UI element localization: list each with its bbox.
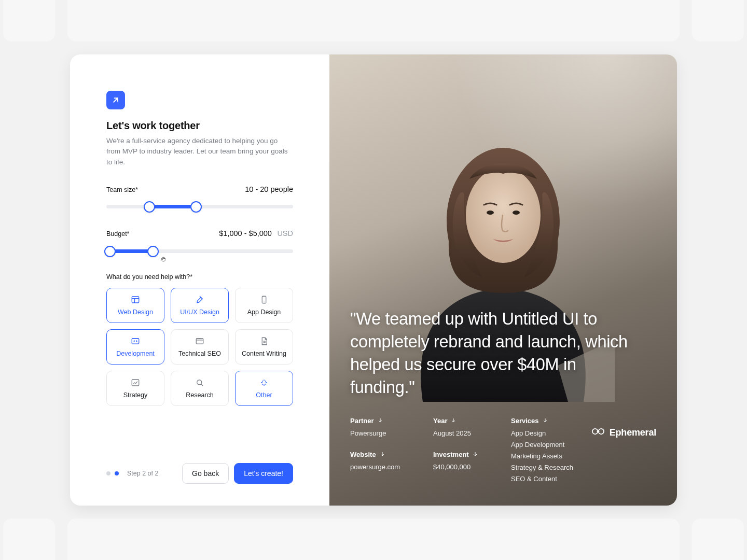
team-size-handle-min[interactable] [144, 201, 155, 213]
svg-rect-0 [132, 297, 139, 303]
meta-services-key: Services [511, 417, 594, 425]
team-size-field: Team size* 10 - 20 people [106, 185, 293, 212]
arrow-down-icon [450, 417, 457, 424]
help-tile-other[interactable]: Other [235, 371, 293, 406]
budget-unit: USD [277, 229, 293, 237]
budget-slider[interactable] [106, 246, 293, 257]
help-tile-content-writing[interactable]: Content Writing [235, 329, 293, 365]
help-tile-label: Research [186, 391, 214, 399]
help-label: What do you need help with?* [106, 273, 293, 281]
code-icon [131, 337, 140, 346]
help-tile-strategy[interactable]: Strategy [106, 371, 164, 406]
help-tile-label: Development [116, 350, 155, 357]
layout-icon [131, 295, 140, 304]
meta-website-val: powersurge.com [350, 461, 418, 473]
brand-lockup: Ephemeral [591, 424, 656, 441]
meta-partner-key: Partner [350, 417, 418, 425]
help-field: What do you need help with?* Web DesignU… [106, 273, 293, 406]
browser-icon [195, 337, 204, 346]
svg-rect-4 [132, 380, 139, 386]
form-title: Let's work together [106, 120, 293, 132]
svg-rect-2 [132, 339, 139, 344]
help-tile-technical-seo[interactable]: Technical SEO [171, 329, 229, 365]
help-tile-development[interactable]: Development [106, 329, 164, 365]
app-logo [106, 91, 125, 109]
meta-year-val: August 2025 [433, 428, 495, 439]
team-size-value: 10 - 20 people [245, 185, 293, 193]
arrow-down-icon [542, 417, 548, 424]
team-size-label: Team size* [106, 186, 138, 193]
help-tile-label: Strategy [123, 391, 148, 399]
help-tile-web-design[interactable]: Web Design [106, 288, 164, 323]
help-tile-label: Technical SEO [178, 350, 221, 357]
budget-field: Budget* $1,000 - $5,000 USD [106, 229, 293, 257]
testimonial-quote: "We teamed up with Untitled UI to comple… [350, 308, 641, 399]
help-tile-label: Content Writing [242, 350, 286, 357]
pen-icon [195, 295, 204, 304]
step-label: Step 2 of 2 [127, 470, 158, 477]
testimonial-panel: "We teamed up with Untitled UI to comple… [329, 54, 677, 506]
go-back-button[interactable]: Go back [182, 463, 229, 484]
help-tile-app-design[interactable]: App Design [235, 288, 293, 323]
meta-partner-val: Powersurge [350, 428, 418, 439]
arrow-down-icon [472, 451, 478, 457]
budget-value: $1,000 - $5,000 [219, 229, 272, 237]
budget-handle-max[interactable] [147, 246, 159, 257]
help-tile-label: UI/UX Design [180, 309, 219, 316]
arrow-down-icon [377, 417, 383, 424]
meta-services-list: App DesignApp DevelopmentMarketing Asset… [511, 428, 594, 485]
team-size-slider[interactable] [106, 202, 293, 212]
sparkle-icon [259, 378, 269, 387]
budget-handle-min[interactable] [104, 246, 116, 257]
phone-icon [259, 295, 269, 304]
onboarding-card: Let's work together We're a full-service… [70, 54, 677, 506]
help-tile-ui-ux-design[interactable]: UI/UX Design [171, 288, 229, 323]
svg-rect-3 [196, 339, 203, 344]
create-button[interactable]: Let's create! [234, 463, 293, 484]
svg-point-5 [197, 380, 202, 385]
arrow-down-icon [379, 451, 385, 457]
brand-name: Ephemeral [610, 427, 656, 438]
help-tile-label: App Design [247, 309, 281, 316]
help-tile-research[interactable]: Research [171, 371, 229, 406]
help-tile-label: Web Design [118, 309, 153, 316]
progress-dots [106, 471, 119, 475]
form-subtitle: We're a full-service agency dedicated to… [106, 136, 293, 167]
form-panel: Let's work together We're a full-service… [70, 54, 329, 506]
meta-investment-key: Investment [433, 451, 495, 458]
meta-investment-val: $40,000,000 [433, 461, 495, 473]
budget-label: Budget* [106, 230, 129, 237]
brand-link-icon [591, 424, 605, 441]
meta-website-key: Website [350, 451, 418, 458]
form-footer: Step 2 of 2 Go back Let's create! [106, 463, 293, 484]
chart-icon [131, 378, 140, 387]
team-size-handle-max[interactable] [190, 201, 202, 213]
doc-icon [259, 337, 269, 346]
grab-cursor-icon [160, 255, 168, 263]
help-tile-label: Other [256, 391, 272, 399]
help-tile-grid: Web DesignUI/UX DesignApp DesignDevelopm… [106, 288, 293, 406]
meta-year-key: Year [433, 417, 495, 425]
search-icon [195, 378, 204, 387]
